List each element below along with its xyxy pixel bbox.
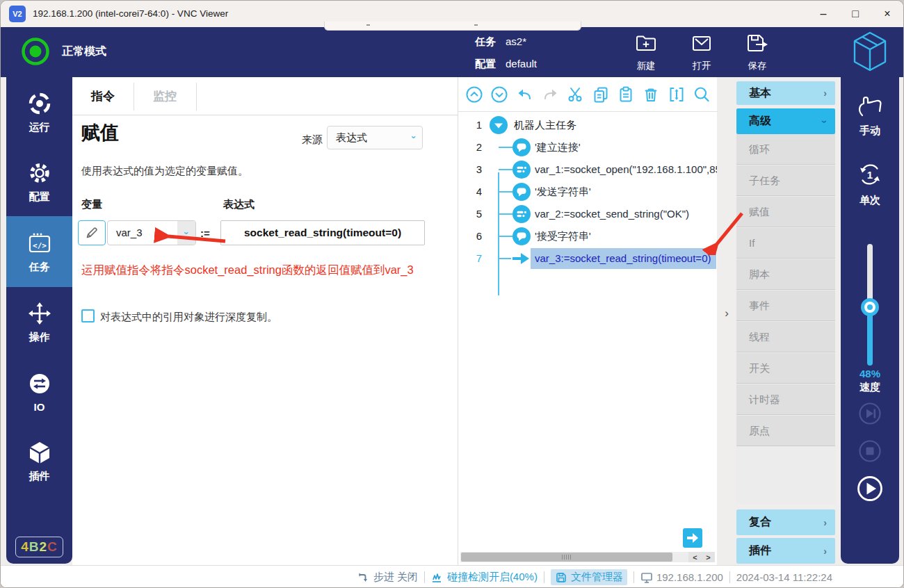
step-mode-status[interactable]: 步进 关闭	[357, 571, 418, 584]
stop-button[interactable]	[858, 439, 882, 463]
variable-select[interactable]: var_3 ›	[107, 220, 196, 245]
open-task-button[interactable]: 打开	[679, 31, 724, 72]
tab-monitor[interactable]: 监控	[134, 77, 195, 115]
scroll-right-button[interactable]: >	[706, 553, 710, 562]
collapse-all-icon[interactable]	[465, 85, 483, 104]
nav-item-io[interactable]: IO	[6, 357, 72, 426]
plugin-icon	[26, 439, 53, 466]
minimize-button[interactable]: –	[807, 1, 839, 27]
config-value: default	[506, 58, 537, 71]
vnc-toolbar-peek[interactable]	[324, 22, 581, 31]
datetime-display: 2024-03-14 11:22:24	[736, 571, 832, 583]
cut-icon[interactable]	[566, 85, 584, 104]
copy-icon[interactable]	[592, 85, 610, 104]
comment-node-icon	[512, 182, 531, 202]
nav-label-io: IO	[34, 401, 45, 413]
speed-slider-handle[interactable]	[861, 298, 879, 316]
insert-icon[interactable]	[668, 85, 686, 104]
palette-group-plugin[interactable]: 插件 ›	[736, 538, 835, 564]
program-tree: 1 机器人主任务 2 '建立连接' 3 var_1:=socket_open("…	[458, 114, 718, 274]
maximize-button[interactable]: □	[839, 1, 871, 27]
task-label: 任务	[475, 35, 496, 49]
delete-icon[interactable]	[642, 85, 660, 104]
horizontal-scrollbar[interactable]: < >	[460, 552, 715, 562]
manual-mode-button[interactable]: 手动	[841, 94, 899, 138]
instruction-title: 赋值	[81, 120, 119, 145]
palette-item-event[interactable]: 事件	[736, 291, 835, 321]
instruction-palette: 基本 › 高级 › 循环 子任务 赋值 If 脚本 事件 线程 开关 计时器 原…	[736, 77, 835, 565]
window-title: 192.168.1.200 (intel-corei7-64:0) - VNC …	[33, 1, 228, 27]
collision-detect-status[interactable]: 碰撞检测开启(40%)	[431, 571, 538, 584]
palette-item-home[interactable]: 原点	[736, 416, 835, 446]
palette-group-advanced[interactable]: 高级 ›	[736, 108, 835, 134]
tab-instruction[interactable]: 指令	[72, 77, 134, 115]
tree-row[interactable]: 5 var_2:=socket_send_string("OK")	[458, 203, 718, 225]
palette-item-subtask[interactable]: 子任务	[736, 165, 835, 196]
robot-mode-indicator: 正常模式	[20, 36, 106, 67]
palette-group-basic-label: 基本	[749, 86, 771, 101]
step-button[interactable]	[858, 402, 882, 425]
chevron-down-icon: ›	[820, 120, 831, 123]
run-icon	[26, 90, 53, 117]
tree-row[interactable]: 4 '发送字符串'	[458, 181, 718, 203]
palette-item-thread[interactable]: 线程	[736, 322, 835, 352]
palette-group-basic[interactable]: 基本 ›	[736, 81, 835, 105]
redo-icon[interactable]	[541, 85, 559, 104]
current-line-arrow-icon	[511, 252, 531, 266]
tree-toolbar	[458, 77, 718, 112]
chevron-right-icon: ›	[823, 517, 827, 528]
source-select[interactable]: 表达式 ›	[327, 126, 423, 149]
tree-row[interactable]: 2 '建立连接'	[458, 136, 718, 158]
tree-row[interactable]: 6 '接受字符串'	[458, 225, 718, 247]
palette-item-assign[interactable]: 赋值	[736, 197, 835, 227]
io-icon	[26, 370, 53, 397]
search-icon[interactable]	[693, 85, 711, 104]
instruction-panel: 指令 监控 赋值 来源 表达式 › 使用表达式的值为选定的变量赋值。 变量 表达…	[72, 77, 458, 565]
tree-row[interactable]: 1 机器人主任务	[458, 114, 718, 136]
task-name-row: 任务 as2*	[475, 35, 526, 49]
tree-row-selected[interactable]: 7 var_3:=socket_read_string(timeout=0)	[458, 247, 718, 270]
config-label: 配置	[475, 58, 496, 71]
variable-value: var_3	[116, 221, 143, 245]
palette-item-timer[interactable]: 计时器	[736, 384, 835, 415]
close-button[interactable]: ×	[871, 1, 903, 27]
remote-desktop: 正常模式 任务 as2* 配置 default 新建	[1, 27, 904, 588]
single-run-button[interactable]: 1 单次	[841, 161, 899, 207]
pencil-icon	[84, 225, 99, 240]
save-task-button[interactable]: 保存	[735, 31, 780, 72]
paste-icon[interactable]	[617, 85, 635, 104]
file-manager-button[interactable]: 文件管理器	[551, 569, 627, 585]
nav-item-plugin[interactable]: 插件	[6, 426, 72, 496]
collision-label: 碰撞检测开启(40%)	[447, 571, 538, 584]
panel-expand-handle[interactable]: ›	[721, 304, 732, 323]
expression-input[interactable]: socket_read_string(timeout=0)	[220, 220, 425, 245]
new-task-button[interactable]: 新建	[624, 31, 668, 72]
palette-group-advanced-label: 高级	[749, 114, 771, 129]
network-monitor-icon	[640, 571, 653, 584]
expand-all-icon[interactable]	[490, 85, 508, 104]
manual-hand-icon	[855, 94, 885, 119]
vnc-viewer-window: V2 192.168.1.200 (intel-corei7-64:0) - V…	[0, 0, 904, 588]
palette-item-if[interactable]: If	[736, 228, 835, 259]
nav-item-operate[interactable]: 操作	[6, 287, 72, 357]
palette-item-switch[interactable]: 开关	[736, 353, 835, 384]
vnc-app-icon: V2	[9, 6, 26, 22]
instruction-description: 使用表达式的值为选定的变量赋值。	[81, 165, 248, 178]
play-button[interactable]	[856, 475, 884, 503]
tree-row[interactable]: 3 var_1:=socket_open("192.168.1.100",85	[458, 158, 718, 181]
collapse-node-icon[interactable]	[489, 115, 508, 135]
nav-item-task[interactable]: </> 任务	[6, 216, 72, 287]
nav-item-run[interactable]: 运行	[6, 77, 72, 147]
save-task-label: 保存	[735, 60, 780, 72]
palette-item-script[interactable]: 脚本	[736, 259, 835, 290]
next-step-button[interactable]	[683, 528, 702, 548]
nav-item-config[interactable]: 配置	[6, 147, 72, 216]
palette-item-loop[interactable]: 循环	[736, 134, 835, 165]
scroll-left-button[interactable]: <	[693, 553, 697, 562]
undo-icon[interactable]	[516, 85, 534, 104]
palette-group-composite[interactable]: 复合 ›	[736, 509, 835, 535]
edit-variable-button[interactable]	[78, 220, 106, 245]
scrollbar-thumb[interactable]	[461, 553, 672, 562]
deep-copy-checkbox[interactable]	[81, 309, 95, 322]
speed-percent: 48%	[841, 368, 899, 379]
